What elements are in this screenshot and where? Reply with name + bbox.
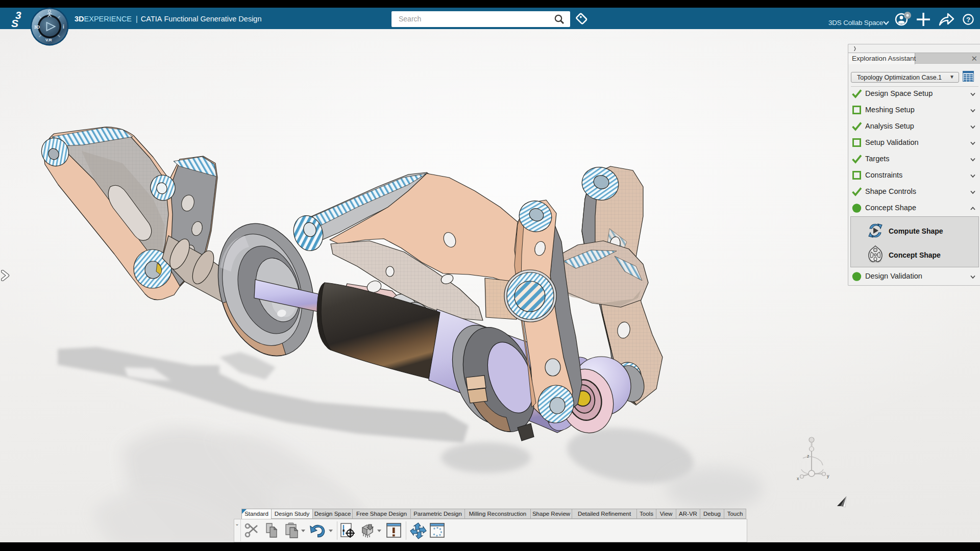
svg-text:3D: 3D — [34, 24, 40, 30]
svg-text:S: S — [11, 17, 18, 29]
svg-text:y: y — [827, 473, 829, 479]
svg-text:z: z — [807, 454, 810, 459]
svg-text:x: x — [797, 476, 799, 481]
svg-text:V.R: V.R — [45, 38, 52, 42]
svg-text:i: i — [63, 24, 64, 30]
svg-text:?: ? — [966, 16, 970, 23]
